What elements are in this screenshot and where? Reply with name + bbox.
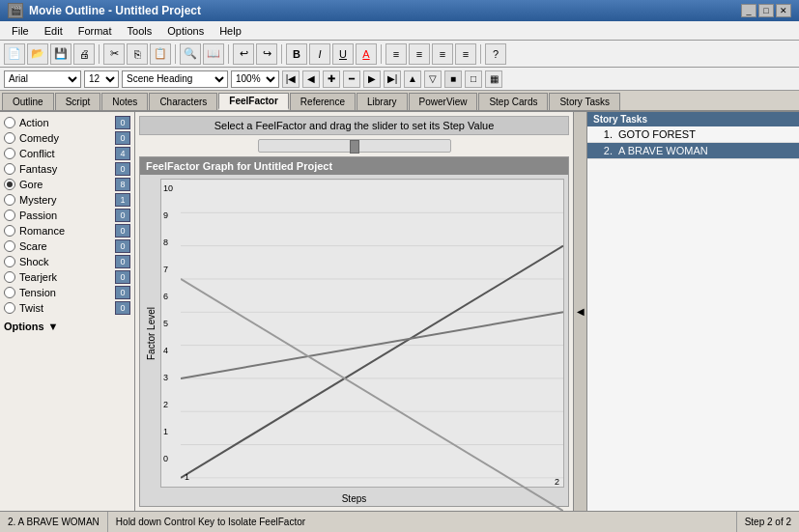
feel-factor-item-shock[interactable]: Shock 0 xyxy=(4,255,130,268)
align-center-button[interactable]: ≡ xyxy=(409,43,430,65)
story-list: 1. GOTO FOREST 2. A BRAVE WOMAN xyxy=(587,126,799,511)
restore-button[interactable]: □ xyxy=(758,4,774,17)
feel-label-shock: Shock xyxy=(19,256,111,267)
radio-comedy[interactable] xyxy=(4,132,15,144)
redo-button[interactable]: ↪ xyxy=(256,43,277,65)
style-select[interactable]: Scene Heading xyxy=(122,70,228,88)
italic-button[interactable]: I xyxy=(309,43,330,65)
menu-options[interactable]: Options xyxy=(159,23,212,39)
radio-conflict[interactable] xyxy=(4,148,15,159)
radio-scare[interactable] xyxy=(4,240,15,252)
align-left-button[interactable]: ≡ xyxy=(385,43,407,65)
radio-action[interactable] xyxy=(4,117,15,128)
graph-inner: 10 9 8 7 6 5 4 3 2 1 0 xyxy=(160,179,564,488)
options-button[interactable]: Options ▼ xyxy=(4,321,130,332)
feel-factor-item-gore[interactable]: Gore 8 xyxy=(4,178,130,191)
font-color-button[interactable]: A xyxy=(356,43,377,65)
zoom-select[interactable]: 100% xyxy=(231,70,279,88)
radio-fantasy[interactable] xyxy=(4,163,15,175)
radio-tension[interactable] xyxy=(4,287,15,298)
next-step-button[interactable]: ▶| xyxy=(384,70,401,88)
step-back-button[interactable]: ◀ xyxy=(302,70,320,88)
tab-storytasks[interactable]: Story Tasks xyxy=(549,93,620,110)
feel-factor-item-action[interactable]: Action 0 xyxy=(4,116,130,129)
undo-button[interactable]: ↩ xyxy=(233,43,254,65)
underline-button[interactable]: U xyxy=(332,43,354,65)
bold-button[interactable]: B xyxy=(286,43,307,65)
font-select[interactable]: Arial xyxy=(4,70,81,88)
cut-button[interactable]: ✂ xyxy=(103,43,125,65)
radio-passion[interactable] xyxy=(4,210,15,221)
story-item[interactable]: 2. A BRAVE WOMAN xyxy=(587,143,799,159)
story-item[interactable]: 1. GOTO FOREST xyxy=(587,126,799,143)
bookmark-button[interactable]: 📖 xyxy=(203,43,224,65)
copy-button[interactable]: ⎘ xyxy=(127,43,148,65)
minimize-button[interactable]: _ xyxy=(741,4,756,17)
align-justify-button[interactable]: ≡ xyxy=(455,43,476,65)
tab-feelfactor[interactable]: FeelFactor xyxy=(218,93,289,110)
x-tick-1: 1 xyxy=(185,472,189,482)
tab-notes[interactable]: Notes xyxy=(101,93,148,110)
tab-powerview[interactable]: PowerView xyxy=(409,93,478,110)
x-tick-2: 2 xyxy=(555,477,559,487)
feel-factor-item-mystery[interactable]: Mystery 1 xyxy=(4,193,130,207)
open-button[interactable]: 📂 xyxy=(27,43,48,65)
help-button[interactable]: ? xyxy=(485,43,506,65)
slider-thumb[interactable] xyxy=(350,140,359,154)
close-button[interactable]: ✕ xyxy=(776,4,791,17)
radio-twist[interactable] xyxy=(4,302,15,314)
menu-file[interactable]: File xyxy=(4,23,37,39)
feel-factor-item-fantasy[interactable]: Fantasy 0 xyxy=(4,162,130,176)
size-select[interactable]: 12 xyxy=(84,70,119,88)
feel-factor-item-scare[interactable]: Scare 0 xyxy=(4,239,130,253)
radio-tearjerk[interactable] xyxy=(4,271,15,283)
graph-area: Factor Level 10 9 8 7 6 5 4 3 2 1 0 xyxy=(140,175,568,491)
tab-library[interactable]: Library xyxy=(357,93,408,110)
new-button[interactable]: 📄 xyxy=(4,43,25,65)
slider-track[interactable] xyxy=(258,139,451,153)
prev-step-button[interactable]: |◀ xyxy=(282,70,300,88)
collapse-button[interactable]: ◀ xyxy=(573,112,586,511)
remove-step-button[interactable]: ━ xyxy=(343,70,360,88)
radio-shock[interactable] xyxy=(4,256,15,267)
radio-romance[interactable] xyxy=(4,225,15,237)
color-btn[interactable]: ■ xyxy=(444,70,462,88)
feel-factor-item-tension[interactable]: Tension 0 xyxy=(4,286,130,299)
flag-button[interactable]: ▲ xyxy=(404,70,421,88)
options-label: Options xyxy=(4,321,44,332)
menu-edit[interactable]: Edit xyxy=(37,23,71,39)
toolbar-sep-4 xyxy=(281,44,282,64)
status-page: Step 2 of 2 xyxy=(737,512,799,532)
feel-factor-item-romance[interactable]: Romance 0 xyxy=(4,224,130,238)
feel-label-comedy: Comedy xyxy=(19,132,111,144)
tab-reference[interactable]: Reference xyxy=(290,93,356,110)
menu-help[interactable]: Help xyxy=(212,23,249,39)
align-right-button[interactable]: ≡ xyxy=(432,43,453,65)
tab-characters[interactable]: Characters xyxy=(149,93,217,110)
slider-row xyxy=(139,139,569,153)
feel-factor-item-tearjerk[interactable]: Tearjerk 0 xyxy=(4,270,130,284)
flag-down-button[interactable]: ▽ xyxy=(424,70,442,88)
feel-factor-item-twist[interactable]: Twist 0 xyxy=(4,301,130,315)
add-step-button[interactable]: ✚ xyxy=(323,70,340,88)
search-button[interactable]: 🔍 xyxy=(180,43,201,65)
feel-factor-item-conflict[interactable]: Conflict 4 xyxy=(4,147,130,160)
window-btn[interactable]: □ xyxy=(465,70,482,88)
step-fwd-button[interactable]: ▶ xyxy=(363,70,381,88)
tab-script[interactable]: Script xyxy=(55,93,101,110)
feel-factor-item-comedy[interactable]: Comedy 0 xyxy=(4,131,130,145)
menu-format[interactable]: Format xyxy=(71,23,120,39)
layout-btn[interactable]: ▦ xyxy=(485,70,502,88)
menu-tools[interactable]: Tools xyxy=(120,23,160,39)
tabs-bar: Outline Script Notes Characters FeelFact… xyxy=(0,91,799,112)
feel-badge-scare: 0 xyxy=(115,239,130,253)
tab-outline[interactable]: Outline xyxy=(2,93,54,110)
instruction-text: Select a FeelFactor and drag the slider … xyxy=(214,120,495,131)
tab-stepcards[interactable]: Step Cards xyxy=(478,93,548,110)
save-button[interactable]: 💾 xyxy=(50,43,71,65)
radio-gore[interactable] xyxy=(4,179,15,190)
paste-button[interactable]: 📋 xyxy=(150,43,171,65)
print-button[interactable]: 🖨 xyxy=(73,43,95,65)
radio-mystery[interactable] xyxy=(4,194,15,206)
feel-factor-item-passion[interactable]: Passion 0 xyxy=(4,209,130,222)
